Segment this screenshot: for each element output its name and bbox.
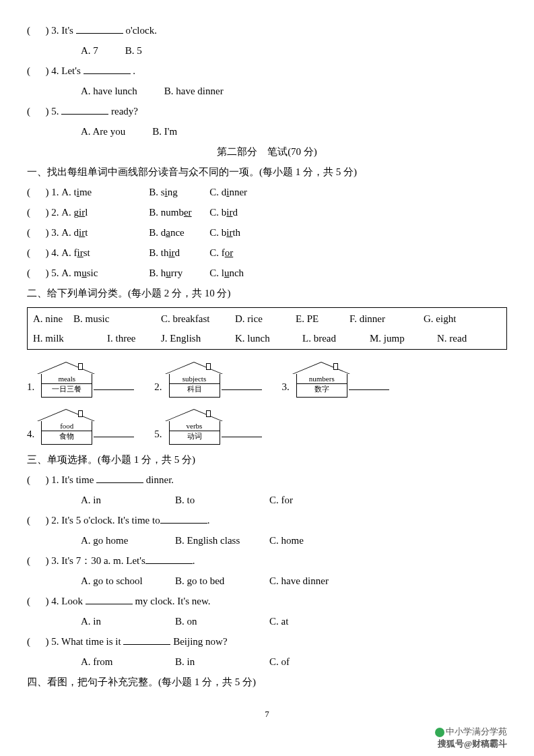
word-box-row: H. milkI. threeJ. EnglishK. lunchL. brea… (33, 329, 501, 348)
wechat-icon (435, 728, 444, 737)
watermark: 中小学满分学苑 搜狐号@财稿霸斗 (435, 726, 507, 750)
mc-question: ( ) 4. Look my clock. It's new. (27, 591, 507, 611)
category-house: 4.food食物 (27, 409, 134, 444)
phonics-row: ( ) 3. A. dirtB. danceC. birth (27, 222, 507, 243)
answer-line (94, 389, 134, 390)
listening-question: ( ) 5. ready? (27, 101, 507, 121)
sec3-title: 三、单项选择。(每小题 1 分，共 5 分) (27, 449, 507, 470)
phonics-row: ( ) 2. A. girlB. numberC. bird (27, 202, 507, 222)
word-box: A. nineB. musicC. breakfastD. riceE. PEF… (27, 307, 507, 350)
answer-line (349, 389, 389, 390)
sec2-title: 二、给下列单词分类。(每小题 2 分，共 10 分) (27, 283, 507, 303)
category-house: 3.numbers数字 (282, 362, 389, 397)
category-house: 2.subjects科目 (154, 362, 261, 397)
mc-question: ( ) 5. What time is it Beijing now? (27, 631, 507, 652)
phonics-row: ( ) 5. A. musicB. hurryC. lunch (27, 263, 507, 283)
house-label-en: subjects (170, 374, 220, 383)
listening-question: ( ) 3. It's o'clock. (27, 20, 507, 40)
category-house: 5.verbs动词 (154, 409, 261, 444)
house-label-cn: 科目 (170, 383, 220, 394)
house-label-cn: 数字 (297, 383, 347, 394)
house-label-en: meals (42, 374, 92, 383)
house-number: 1. (27, 377, 34, 397)
house-number: 2. (154, 377, 162, 397)
listening-options: A. have lunchB. have dinner (81, 81, 507, 101)
house-label-en: verbs (170, 421, 220, 431)
mc-question: ( ) 3. It's 7：30 a. m. Let's. (27, 550, 507, 571)
listening-question: ( ) 4. Let's . (27, 61, 507, 81)
answer-line (94, 436, 134, 437)
mc-options: A. inB. toC. for (81, 490, 507, 510)
house-number: 5. (154, 424, 162, 444)
mc-options: A. go to schoolB. go to bedC. have dinne… (81, 571, 507, 591)
house-label-en: food (42, 421, 92, 431)
page-number: 7 (27, 705, 507, 723)
phonics-row: ( ) 4. A. firstB. thirdC. for (27, 243, 507, 263)
category-house: 1.meals一日三餐 (27, 362, 134, 397)
mc-options: A. fromB. inC. of (81, 652, 507, 672)
sec1-title: 一、找出每组单词中画线部分读音与众不同的一项。(每小题 1 分，共 5 分) (27, 162, 507, 182)
sec4-title: 四、看图，把句子补充完整。(每小题 1 分，共 5 分) (27, 672, 507, 692)
mc-question: ( ) 2. It's 5 o'clock. It's time to. (27, 510, 507, 530)
mc-question: ( ) 1. It's time dinner. (27, 470, 507, 490)
word-box-row: A. nineB. musicC. breakfastD. riceE. PEF… (33, 309, 501, 329)
answer-line (222, 436, 262, 437)
house-label-cn: 一日三餐 (42, 383, 92, 394)
house-label-cn: 动词 (170, 431, 220, 441)
part2-title: 第二部分 笔试(70 分) (27, 141, 507, 162)
house-number: 4. (27, 424, 34, 444)
house-label-en: numbers (297, 374, 347, 383)
mc-options: A. go homeB. English classC. home (81, 530, 507, 550)
mc-options: A. inB. onC. at (81, 611, 507, 631)
listening-options: A. Are youB. I'm (81, 121, 507, 141)
answer-line (222, 389, 262, 390)
phonics-row: ( ) 1. A. timeB. singC. dinner (27, 182, 507, 202)
house-label-cn: 食物 (42, 431, 92, 441)
house-number: 3. (282, 377, 290, 397)
listening-options: A. 7B. 5 (81, 40, 507, 61)
